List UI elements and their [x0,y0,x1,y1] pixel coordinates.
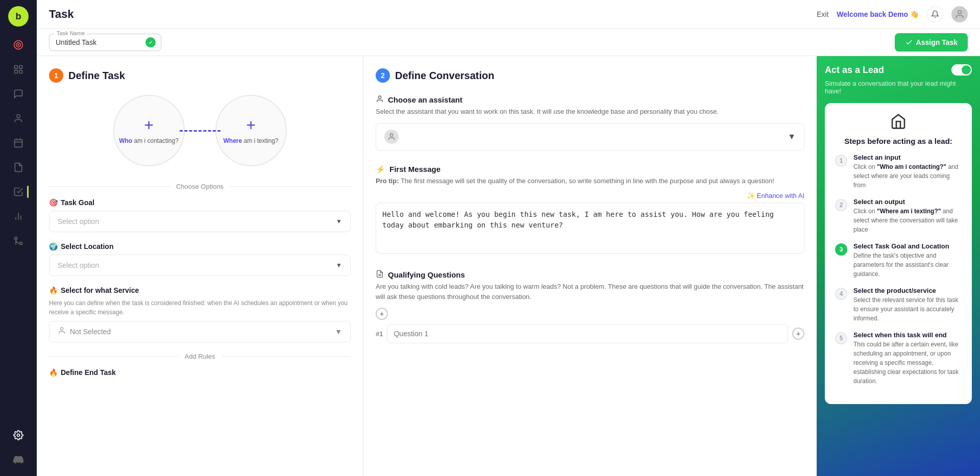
lead-step-1: 1 Select an input Click on "Who am i con… [835,154,962,190]
select-service-section: 🔥 Select for what Service Here you can d… [49,286,351,342]
notification-button[interactable] [927,6,943,22]
task-goal-icon: 🎯 [49,198,58,207]
svg-point-19 [60,328,63,330]
welcome-message: Welcome back Demo 👋 [837,10,919,18]
svg-rect-6 [19,70,22,73]
sidebar-item-tasks[interactable] [8,182,29,202]
sidebar-item-merge[interactable] [8,231,29,251]
step5-num: 5 [835,332,847,344]
assistant-select-field[interactable]: ▼ [376,123,804,151]
service-icon: 🔥 [49,286,58,294]
lead-card-steps-title: Steps before acting as a lead: [835,137,962,145]
who-card-label: Who am i contacting? [115,137,183,144]
step3-title: Select Task Goal and Location [853,242,962,250]
step3-num: 3 [835,243,847,256]
not-selected-left: Not Selected [58,327,111,337]
step1-desc: Click on "Who am i contacting?" and sele… [853,162,962,190]
task-name-value: Untitled Task [56,38,96,46]
step1-badge: 1 [49,68,63,83]
sidebar-item-reports[interactable] [8,157,29,178]
step4-desc: Select the relevant service for this tas… [853,295,962,323]
page-title: Task [49,8,808,21]
define-task-title: Define Task [68,70,125,82]
first-message-protip: Pro tip: The first message will set the … [376,176,804,186]
sidebar-item-contacts[interactable] [8,108,29,129]
enhance-row: ✨ Enhance with AI [376,192,804,199]
qualifying-questions-title: Qualifying Questions [376,270,804,280]
sidebar-bottom [8,425,29,470]
choose-options-divider: Choose Options [49,183,351,190]
add-rules-divider: Add Rules [49,353,351,360]
sidebar-item-chat[interactable] [8,84,29,104]
question-1-input[interactable] [387,324,788,343]
task-goal-placeholder: Select option [58,217,99,226]
svg-point-21 [390,134,393,136]
define-task-panel: 1 Define Task + Who am i contacting? + W… [37,56,363,476]
qualifying-desc: Are you talking with cold leads? Are you… [376,282,804,302]
assign-task-button[interactable]: Assign Task [895,33,968,52]
svg-point-16 [15,237,17,240]
define-task-header: 1 Define Task [49,68,351,83]
question-1-add-button[interactable]: + [792,328,804,340]
step1-title: Select an input [853,154,962,161]
select-location-field[interactable]: Select option ▼ [49,255,351,276]
first-message-block: ⚡ First Message Pro tip: The first messa… [376,165,804,256]
enhance-with-ai-button[interactable]: ✨ Enhance with AI [747,192,804,199]
sidebar-item-settings[interactable] [8,425,29,445]
lead-card-icon [835,113,962,133]
first-message-textarea[interactable]: Hello and welcome! As you begin this new… [376,203,804,254]
task-name-check-icon: ✓ [145,37,156,47]
act-as-lead-toggle[interactable] [951,64,972,76]
sidebar-item-analytics[interactable] [8,206,29,227]
lead-header: Act as a Lead [825,64,972,76]
where-am-i-texting-card[interactable]: + Where am i texting? [215,95,287,166]
step3-desc: Define the task's objective and paramete… [853,251,962,279]
choose-assistant-title: Choose an assistant [376,95,804,105]
svg-point-17 [17,434,20,437]
select-location-title: 🌍 Select Location [49,242,351,250]
assistant-chevron-icon: ▼ [788,132,796,141]
sidebar-logo[interactable]: b [8,6,29,27]
sidebar-item-discord[interactable] [8,449,29,470]
task-goal-chevron-icon: ▼ [336,218,342,225]
user-name: Demo [888,10,908,18]
lead-sidebar: Act as a Lead Simulate a conversation th… [817,56,980,476]
choose-assistant-desc: Select the assistant that you want to wo… [376,107,804,117]
sidebar-item-target[interactable] [8,35,29,55]
task-name-field[interactable]: Task Name Untitled Task ✓ [49,34,161,51]
question-1-row: #1 + [376,324,804,343]
user-avatar[interactable] [951,6,968,22]
task-goal-select[interactable]: Select option ▼ [49,211,351,232]
question-1-num: #1 [376,330,383,338]
step5-content: Select when this task will end This coul… [853,331,962,386]
where-card-label: Where am i texting? [219,137,282,144]
sidebar-item-dashboard[interactable] [8,59,29,80]
assistant-icon [376,95,384,105]
step1-content: Select an input Click on "Who am i conta… [853,154,962,190]
select-service-desc: Here you can define when the task is con… [49,298,351,317]
topbar-right: Exit Welcome back Demo 👋 [817,6,968,22]
step5-title: Select when this task will end [853,331,962,339]
add-question-top-button[interactable]: + [376,308,388,320]
qualifying-questions-block: Qualifying Questions Are you talking wit… [376,270,804,343]
lead-steps-list: 1 Select an input Click on "Who am i con… [835,154,962,386]
lead-step-4: 4 Select the product/service Select the … [835,287,962,323]
who-card-plus-icon: + [144,117,154,133]
choose-assistant-block: Choose an assistant Select the assistant… [376,95,804,151]
lead-step-3: 3 Select Task Goal and Location Define t… [835,242,962,279]
sidebar-item-calendar[interactable] [8,133,29,153]
exit-link[interactable]: Exit [817,10,828,18]
svg-point-20 [378,96,381,98]
select-service-field[interactable]: Not Selected ▼ [49,321,351,342]
not-selected-label: Not Selected [70,328,111,336]
define-conversation-panel: 2 Define Conversation Choose an assistan… [363,56,817,476]
lead-title: Act as a Lead [825,65,884,76]
who-am-i-contacting-card[interactable]: + Who am i contacting? [113,95,185,166]
lead-step-5: 5 Select when this task will end This co… [835,331,962,386]
step5-desc: This could be after a certain event, lik… [853,340,962,386]
task-name-bar: Task Name Untitled Task ✓ Assign Task [37,29,980,56]
sparkle-icon: ✨ [747,192,755,199]
end-task-icon: 🔥 [49,368,58,377]
svg-rect-8 [15,139,22,147]
step2-title: Select an output [853,198,962,206]
